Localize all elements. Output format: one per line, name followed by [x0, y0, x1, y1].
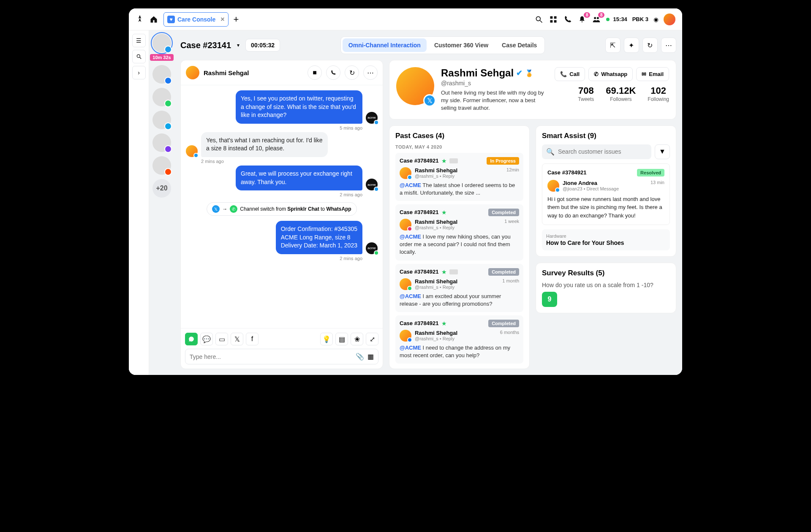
- thumb-item[interactable]: [152, 156, 171, 175]
- status-resolved: Resolved: [637, 169, 664, 176]
- call-button[interactable]: 📞Call: [555, 67, 585, 81]
- new-tab-button[interactable]: +: [234, 14, 239, 25]
- compose-input[interactable]: [190, 353, 352, 360]
- filter-icon[interactable]: ▼: [655, 144, 670, 159]
- app-window: ♥ Care Console × + 8 8 15:34 PBK 3 ◉ ☰ ›…: [129, 8, 682, 375]
- channel-facebook-icon[interactable]: f: [246, 333, 259, 345]
- home-icon[interactable]: [149, 15, 158, 24]
- expand-compose-icon[interactable]: ⤢: [366, 333, 378, 345]
- thumbs-more[interactable]: +20: [152, 179, 171, 198]
- compose-box[interactable]: 📎 ▦: [185, 349, 378, 364]
- past-case-item[interactable]: Case #3784921★In ProgressRashmi Shehgal@…: [395, 153, 523, 201]
- kb-category: Hardware: [546, 233, 666, 239]
- video-icon[interactable]: ■: [308, 65, 322, 80]
- message-bubble: Great, we will process your exchange rig…: [236, 166, 362, 190]
- assist-text: Hi i got some new runners last month and…: [547, 195, 664, 220]
- past-cases-card: Past Cases (4) TODAY, MAY 4 2020 Case #3…: [389, 125, 530, 369]
- brand-logo-icon: [136, 14, 144, 24]
- thumb-item[interactable]: [152, 65, 171, 84]
- past-cases-date: TODAY, MAY 4 2020: [395, 144, 523, 149]
- message-row: Yes, that's what I am reaching out for. …: [186, 132, 378, 157]
- phone-icon: 📞: [560, 71, 567, 77]
- thumb-timer: 10m 32s: [150, 54, 173, 61]
- brand-tool-icon[interactable]: ❀: [351, 333, 363, 345]
- thumb-item[interactable]: [152, 111, 171, 129]
- case-timer: 00:05:32: [245, 39, 280, 52]
- agent-avatar: acme: [366, 179, 378, 190]
- channel-chat-icon[interactable]: 💬: [200, 333, 213, 345]
- issue-search[interactable]: 🔍: [542, 144, 651, 159]
- message-timestamp: 5 mins ago: [186, 125, 362, 130]
- customer-avatar: [186, 66, 199, 79]
- past-case-item[interactable]: Case #3784921★CompletedRashmi Shehgal@ra…: [395, 315, 523, 364]
- reload-icon[interactable]: ↻: [345, 65, 359, 80]
- thumb-item[interactable]: [152, 88, 171, 106]
- message-timestamp: 2 mins ago: [201, 159, 378, 164]
- tab-omni-channel[interactable]: Omni-Channel Interaction: [343, 38, 427, 52]
- more-icon[interactable]: ⋯: [661, 38, 676, 53]
- assist-user-name: Jione Andrea: [563, 180, 619, 186]
- profile-stats: 708Tweets69.12KFollowers102Following: [578, 85, 669, 102]
- message-row: Great, we will process your exchange rig…: [186, 166, 378, 190]
- assist-case-id: Case #3784921: [547, 169, 587, 176]
- survey-card: Survey Results (5) How do you rate us on…: [536, 263, 676, 313]
- medal-icon: 🏅: [525, 69, 533, 77]
- svg-rect-2: [550, 16, 553, 19]
- message-bubble: Order Confirmation: #345305ACME Long Ran…: [276, 221, 362, 254]
- message-row: Order Confirmation: #345305ACME Long Ran…: [186, 221, 378, 254]
- channel-twitter-icon[interactable]: 𝕏: [231, 333, 243, 345]
- profile-stat: 102Following: [648, 85, 669, 102]
- close-tab-icon[interactable]: ×: [220, 16, 224, 23]
- message-bubble: Yes, that's what I am reaching out for. …: [201, 132, 328, 157]
- issue-search-input[interactable]: [558, 148, 647, 155]
- call-icon[interactable]: [326, 65, 340, 80]
- past-cases-title: Past Cases (4): [395, 132, 523, 140]
- template-icon[interactable]: ▦: [367, 353, 374, 361]
- channel-whatsapp-icon[interactable]: [185, 333, 198, 345]
- message-timestamp: 2 mins ago: [186, 256, 362, 261]
- idea-icon[interactable]: 💡: [320, 333, 333, 345]
- rail-search-icon[interactable]: [132, 50, 146, 63]
- past-case-item[interactable]: Case #3784921★CompletedRashmi Shehgal@ra…: [395, 264, 523, 312]
- refresh-icon[interactable]: ↻: [642, 38, 658, 53]
- popout-icon[interactable]: ⇱: [605, 38, 620, 53]
- svg-point-8: [137, 54, 140, 57]
- bell-icon[interactable]: 8: [577, 15, 587, 24]
- chat-composer: 💬 ▭ 𝕏 f 💡 ▤ ❀ ⤢ 📎 ▦: [181, 328, 383, 369]
- chat-header: Rashmi Sehgal ■ ↻ ⋯: [181, 60, 383, 85]
- apps-grid-icon[interactable]: [549, 15, 558, 24]
- chat-panel: Rashmi Sehgal ■ ↻ ⋯ Yes, I see you poste…: [180, 60, 383, 369]
- menu-icon[interactable]: ☰: [132, 34, 146, 47]
- email-button[interactable]: ✉Email: [636, 67, 669, 81]
- expand-icon[interactable]: ›: [132, 66, 146, 79]
- case-header: Case #23141 ▾ 00:05:32 Omni-Channel Inte…: [180, 36, 676, 54]
- search-icon: 🔍: [546, 148, 555, 156]
- note-icon[interactable]: ▤: [335, 333, 348, 345]
- kb-article[interactable]: Hardware How to Care for Your Shoes: [542, 229, 670, 250]
- assist-time: 13 min: [650, 180, 664, 185]
- view-tabs: Omni-Channel Interaction Customer 360 Vi…: [340, 36, 545, 54]
- wifi-icon: ◉: [653, 16, 659, 23]
- phone-icon[interactable]: [563, 15, 572, 24]
- thumb-active[interactable]: [152, 34, 171, 52]
- attach-icon[interactable]: 📎: [356, 353, 364, 361]
- search-icon[interactable]: [534, 15, 544, 24]
- whatsapp-button[interactable]: ✆Whatsapp: [588, 67, 633, 81]
- past-case-item[interactable]: Case #3784921★CompletedRashmi Shehgal@ra…: [395, 204, 523, 261]
- people-icon[interactable]: 8: [592, 15, 601, 24]
- profile-handle: @rashmi_s: [441, 80, 548, 87]
- kb-title: How to Care for Your Shoes: [546, 239, 666, 246]
- app-tab-care-console[interactable]: ♥ Care Console ×: [163, 12, 229, 27]
- smart-assist-title: Smart Assist (9): [542, 132, 670, 140]
- channel-sms-icon[interactable]: ▭: [215, 333, 228, 345]
- assist-user-meta: @jioan23 • Direct Message: [563, 186, 619, 191]
- user-avatar[interactable]: [664, 14, 675, 25]
- case-dropdown-icon[interactable]: ▾: [237, 42, 239, 48]
- chat-more-icon[interactable]: ⋯: [363, 65, 378, 80]
- status-indicator: 15:34: [606, 16, 627, 22]
- assist-case-item[interactable]: Case #3784921 Resolved Jione Andrea @jio…: [542, 163, 670, 225]
- magic-wand-icon[interactable]: ✦: [624, 38, 639, 53]
- tab-case-details[interactable]: Case Details: [496, 38, 543, 52]
- thumb-item[interactable]: [152, 133, 171, 152]
- tab-customer-360[interactable]: Customer 360 View: [428, 38, 494, 52]
